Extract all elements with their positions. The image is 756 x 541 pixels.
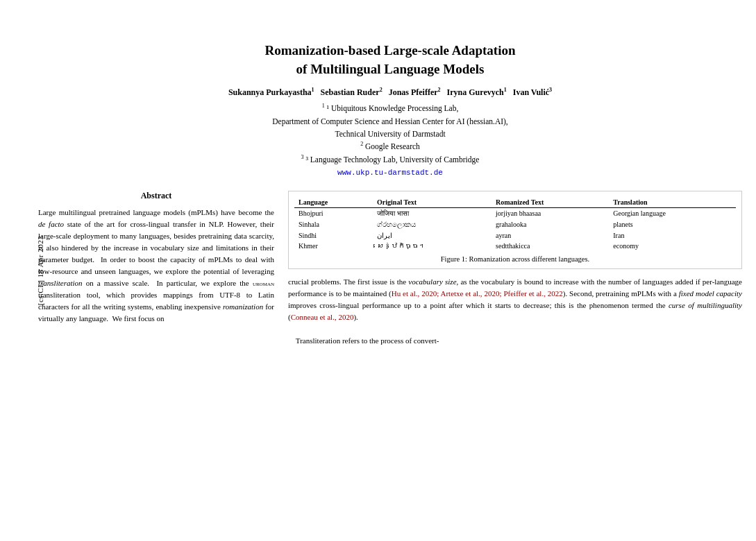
table-row: Bhojpuriजोजिया भासाjorjiyan bhaasaaGeorg… (294, 207, 736, 219)
title-line1: Romanization-based Large-scale Adaptatio… (265, 43, 516, 58)
arxiv-side-label: [cs.CL] 18 Apr 2023 (36, 236, 44, 306)
title-line2: of Multilingual Language Models (296, 62, 485, 76)
table-row: Sinhalaග්රහලොකයgrahalookaplanets (294, 219, 736, 230)
figure-caption: Figure 1: Romanization across different … (294, 255, 736, 263)
affil-line1: ¹ Ubiquitous Knowledge Processing Lab, (327, 104, 459, 112)
col-romanized: Romanized Text (492, 197, 609, 208)
col-language: Language (294, 197, 373, 208)
right-column: Language Original Text Romanized Text Tr… (288, 191, 742, 347)
page: [cs.CL] 18 Apr 2023 Romanization-based L… (0, 0, 756, 541)
table-header-row: Language Original Text Romanized Text Tr… (294, 197, 736, 208)
affil-cambridge: ³ Language Technology Lab, University of… (305, 155, 479, 164)
col-original: Original Text (373, 197, 492, 208)
left-column: Abstract Large multilingual pretrained l… (38, 191, 274, 347)
affil-line2: Department of Computer Science and Hessi… (272, 117, 507, 126)
figure-1: Language Original Text Romanized Text Tr… (288, 191, 742, 269)
two-column-layout: Abstract Large multilingual pretrained l… (38, 191, 742, 347)
body-right-text: crucial problems. The first issue is the… (288, 276, 742, 347)
abstract-title: Abstract (38, 191, 274, 201)
affil-line3: Technical University of Darmstadt (335, 130, 445, 138)
title-section: Romanization-based Large-scale Adaptatio… (38, 42, 742, 180)
table-row: Khmerសេដ្ឋកិច្ច។sedtthakiccaeconomy (294, 241, 736, 251)
paper-title: Romanization-based Large-scale Adaptatio… (38, 42, 742, 78)
main-content: Romanization-based Large-scale Adaptatio… (38, 42, 742, 347)
affil-google: Google Research (365, 142, 420, 151)
table-row: SindhiایرانayranIran (294, 230, 736, 241)
romanization-table: Language Original Text Romanized Text Tr… (294, 197, 736, 251)
affiliations: 1 ¹ Ubiquitous Knowledge Processing Lab,… (38, 102, 742, 180)
authors: Sukannya Purkayastha1 Sebastian Ruder2 J… (38, 87, 742, 98)
col-translation: Translation (609, 197, 736, 208)
affil-link[interactable]: www.ukp.tu-darmstadt.de (337, 169, 443, 177)
abstract-body: Large multilingual pretrained language m… (38, 207, 274, 325)
